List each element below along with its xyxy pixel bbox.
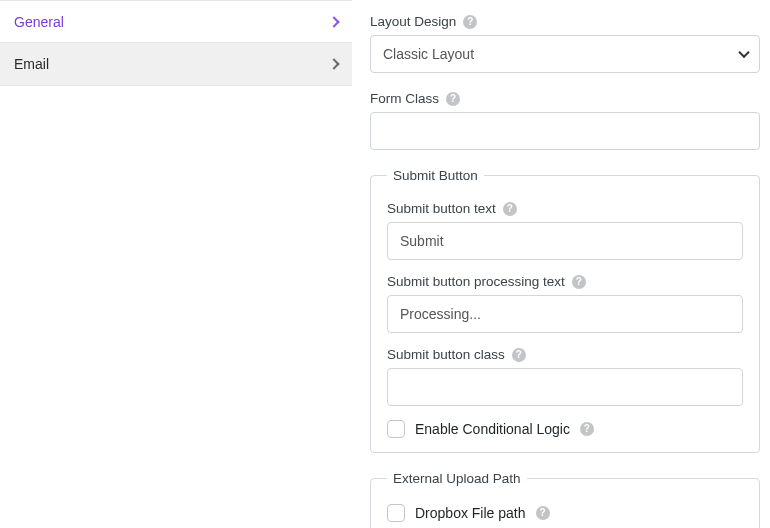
conditional-logic-checkbox[interactable] (387, 420, 405, 438)
help-icon[interactable]: ? (536, 506, 550, 520)
help-icon[interactable]: ? (512, 348, 526, 362)
label-text: Submit button text (387, 201, 496, 216)
field-label: Form Class ? (370, 91, 760, 106)
field-submit-processing: Submit button processing text ? (387, 274, 743, 333)
field-submit-class: Submit button class ? (387, 347, 743, 406)
field-submit-text: Submit button text ? (387, 201, 743, 260)
field-layout-design: Layout Design ? Classic Layout (370, 14, 760, 73)
external-upload-group: External Upload Path Dropbox File path ?… (370, 471, 760, 528)
submit-class-input[interactable] (387, 368, 743, 406)
sidebar-item-label: General (14, 14, 64, 30)
help-icon[interactable]: ? (572, 275, 586, 289)
group-legend: External Upload Path (387, 471, 527, 486)
sidebar-item-email[interactable]: Email (0, 43, 352, 86)
chevron-right-icon (328, 58, 339, 69)
field-label: Submit button class ? (387, 347, 743, 362)
dropbox-checkbox[interactable] (387, 504, 405, 522)
help-icon[interactable]: ? (463, 15, 477, 29)
sidebar-item-general[interactable]: General (0, 0, 352, 43)
form-class-input[interactable] (370, 112, 760, 150)
checkbox-label: Enable Conditional Logic (415, 421, 570, 437)
field-dropbox-path: Dropbox File path ? (387, 504, 743, 522)
submit-button-group: Submit Button Submit button text ? Submi… (370, 168, 760, 453)
layout-design-select[interactable]: Classic Layout (370, 35, 760, 73)
label-text: Layout Design (370, 14, 456, 29)
settings-main: Layout Design ? Classic Layout Form Clas… (352, 0, 770, 528)
label-text: Form Class (370, 91, 439, 106)
submit-text-input[interactable] (387, 222, 743, 260)
settings-sidebar: General Email (0, 0, 352, 528)
submit-processing-input[interactable] (387, 295, 743, 333)
help-icon[interactable]: ? (580, 422, 594, 436)
field-label: Submit button text ? (387, 201, 743, 216)
field-label: Layout Design ? (370, 14, 760, 29)
sidebar-item-label: Email (14, 56, 49, 72)
checkbox-label: Dropbox File path (415, 505, 526, 521)
help-icon[interactable]: ? (446, 92, 460, 106)
label-text: Submit button class (387, 347, 505, 362)
field-label: Submit button processing text ? (387, 274, 743, 289)
field-form-class: Form Class ? (370, 91, 760, 150)
field-conditional-logic: Enable Conditional Logic ? (387, 420, 743, 438)
select-wrap: Classic Layout (370, 35, 760, 73)
help-icon[interactable]: ? (503, 202, 517, 216)
group-legend: Submit Button (387, 168, 484, 183)
chevron-right-icon (328, 16, 339, 27)
label-text: Submit button processing text (387, 274, 565, 289)
